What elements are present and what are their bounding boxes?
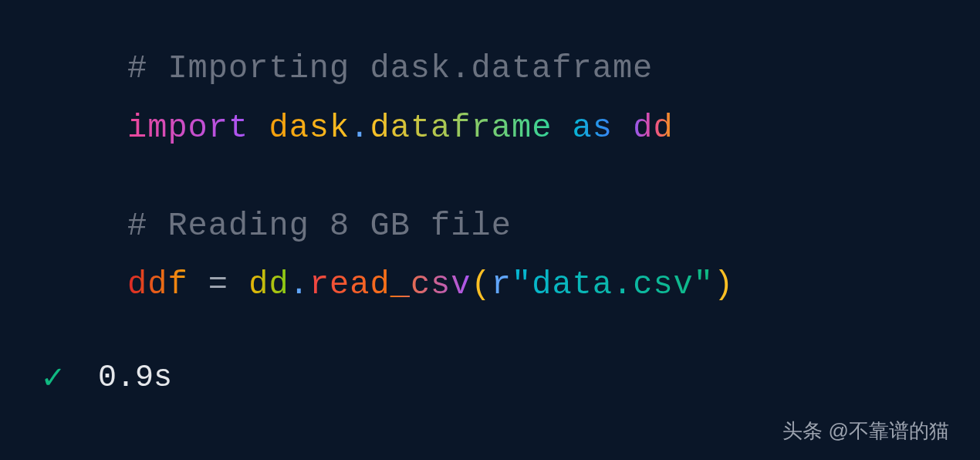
- watermark-prefix: 头条: [782, 418, 823, 445]
- module-dataframe: dataframe: [370, 110, 553, 147]
- success-checkmark-icon: ✓: [42, 356, 63, 399]
- dot-operator: .: [350, 110, 370, 147]
- watermark-handle: @不靠谱的猫: [829, 418, 949, 445]
- function-read-csv: read_csv: [309, 266, 471, 303]
- execution-status-bar: ✓ 0.9s: [0, 356, 980, 399]
- module-dask: dask: [269, 110, 350, 147]
- keyword-import: import: [127, 110, 248, 147]
- code-line-import: import dask.dataframe as dd: [127, 106, 980, 151]
- alias-dd: dd: [633, 110, 673, 147]
- string-literal: "data.csv": [512, 266, 714, 303]
- blank-line: [127, 165, 980, 204]
- paren-open: (: [471, 266, 492, 303]
- code-line-comment-1: # Importing dask.dataframe: [127, 46, 980, 92]
- comment-text: # Importing dask.dataframe: [127, 50, 653, 87]
- equals-operator: =: [188, 266, 249, 303]
- execution-time: 0.9s: [98, 360, 172, 395]
- comment-text: # Reading 8 GB file: [127, 208, 512, 245]
- code-line-comment-2: # Reading 8 GB file: [127, 204, 980, 249]
- dot-operator: .: [289, 266, 309, 303]
- raw-string-prefix: r: [492, 266, 512, 303]
- paren-close: ): [714, 266, 734, 303]
- code-line-assignment: ddf = dd.read_csv(r"data.csv"): [127, 262, 980, 308]
- code-block: # Importing dask.dataframe import dask.d…: [0, 0, 980, 308]
- watermark: 头条 @不靠谱的猫: [782, 418, 949, 445]
- variable-dd: dd: [248, 266, 289, 303]
- keyword-as: as: [573, 110, 613, 147]
- variable-ddf: ddf: [127, 266, 188, 303]
